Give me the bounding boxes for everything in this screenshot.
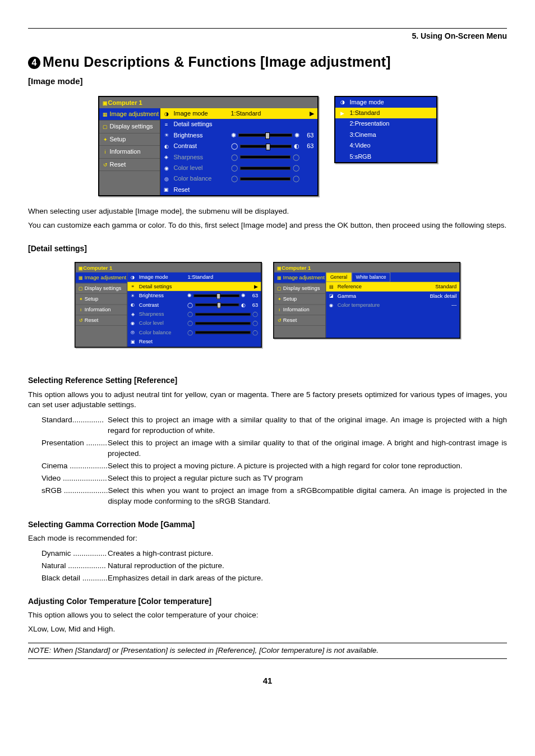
row-brightness[interactable]: ☀ Brightness ✺ ✺ 63 — [160, 130, 317, 141]
projector-icon: ▣ — [103, 100, 108, 106]
row-detail-settings[interactable]: ≡Detail settings▶ — [127, 282, 261, 291]
row-reference[interactable]: ▤ReferenceStandard — [326, 283, 459, 292]
row-brightness[interactable]: ☀Brightness✺✺63 — [127, 291, 261, 300]
brightness-slider[interactable]: ✺ ✺ 63 — [231, 131, 314, 140]
tab-white-balance[interactable]: White balance — [352, 273, 390, 283]
mode-icon: ◑ — [340, 99, 345, 105]
osd-body: ◑ Image mode 1:Standard ▶ ≡ Detail setti… — [160, 108, 317, 195]
projector-icon: ▣ — [79, 266, 84, 271]
row-sharpness: ◈ Sharpness ◯◯ — [160, 152, 317, 163]
brightness-icon: ☀ — [164, 132, 169, 138]
sidebar-item-reset[interactable]: ↺Reset — [76, 316, 127, 326]
note-color-temperature: NOTE: When [Standard] or [Presentation] … — [28, 643, 507, 659]
dropdown-opt-video[interactable]: 4:Video — [335, 140, 436, 151]
heading-color-temperature: Adjusting Color Temperature [Color tempe… — [28, 596, 507, 607]
section-number-icon: 4 — [28, 57, 40, 69]
row-color-level: ◉ Color level ◯◯ — [160, 163, 317, 173]
dropdown-header: ◑ Image mode — [335, 97, 436, 108]
image-icon: ▦ — [103, 112, 108, 117]
osd-menu-detail-right: ▣Computer 1 ▦Image adjustment ▢Display s… — [273, 262, 460, 339]
sidebar-item-image-adjustment[interactable]: ▦Image adjustment — [76, 273, 127, 284]
osd-image-mode-dropdown: ◑ Image mode ▶1:Standard 2:Presentation … — [334, 96, 437, 163]
sidebar-item-information[interactable]: iInformation — [274, 305, 326, 316]
osd-menu-main: ▣Computer 1 ▦Image adjustment ▢Display s… — [98, 96, 319, 197]
osd-sidebar: ▦Image adjustment ▢Display settings ✦Set… — [99, 108, 160, 195]
reference-intro: This option allows you to adjust neutral… — [28, 390, 507, 411]
row-reset[interactable]: ▣ Reset — [160, 185, 317, 195]
circle-half-icon: ◐ — [294, 142, 299, 150]
row-sharpness: ◈Sharpness◯◯ — [127, 310, 261, 319]
arrow-right-icon: ▶ — [310, 109, 314, 118]
row-detail-settings[interactable]: ≡ Detail settings — [160, 119, 317, 130]
mode-icon: ◑ — [164, 111, 169, 117]
row-gamma[interactable]: ◪GammaBlack detail — [326, 292, 459, 301]
dropdown-opt-standard[interactable]: ▶1:Standard — [335, 108, 436, 118]
sidebar-item-display-settings[interactable]: ▢Display settings — [76, 284, 127, 294]
play-icon: ▶ — [340, 110, 345, 116]
row-reset[interactable]: ▣Reset — [127, 338, 261, 347]
dropdown-opt-presentation[interactable]: 2:Presentation — [335, 118, 436, 129]
sidebar-item-information[interactable]: iInformation — [99, 146, 160, 158]
sidebar-item-setup[interactable]: ✦Setup — [76, 294, 127, 305]
intro-paragraph-2: You can customize each gamma or color. T… — [28, 220, 507, 231]
dropdown-opt-srgb[interactable]: 5:sRGB — [335, 151, 436, 162]
subsection-image-mode: [Image mode] — [28, 75, 507, 87]
reference-icon: ▤ — [329, 285, 334, 290]
ct-paragraph-2: XLow, Low, Mid and High. — [28, 624, 507, 635]
color-level-icon: ◉ — [164, 165, 169, 171]
heading-reference: Selecting Reference Setting [Reference] — [28, 375, 507, 386]
intro-paragraph-1: When selecting user adjustable [Image mo… — [28, 206, 507, 217]
page-number: 41 — [28, 675, 507, 686]
gamma-definitions: Dynamic ................ Creates a high-… — [41, 548, 507, 584]
ct-paragraph-1: This option allows you to select the col… — [28, 610, 507, 621]
projector-icon: ▣ — [277, 266, 282, 271]
section-header: 5. Using On-Screen Menu — [28, 31, 507, 42]
page-title: 4Menu Descriptions & Functions [Image ad… — [28, 52, 507, 72]
gamma-intro: Each mode is recommended for: — [28, 533, 507, 544]
sidebar-item-reset[interactable]: ↺Reset — [99, 159, 160, 171]
sidebar-item-image-adjustment[interactable]: ▦Image adjustment — [99, 108, 160, 121]
contrast-icon: ◐ — [164, 144, 169, 149]
sidebar-item-image-adjustment[interactable]: ▦Image adjustment — [274, 273, 326, 284]
settings-icon: ≡ — [164, 122, 169, 127]
sun-small-icon: ✺ — [231, 131, 236, 140]
color-balance-icon: ◎ — [164, 176, 169, 182]
circle-open-icon: ◯ — [231, 142, 238, 150]
detail-tabs: General White balance — [326, 273, 459, 283]
sun-large-icon: ✺ — [294, 131, 299, 140]
gamma-icon: ◪ — [329, 294, 334, 299]
heading-gamma: Selecting Gamma Correction Mode [Gamma] — [28, 519, 507, 531]
reset-icon: ↺ — [103, 162, 108, 168]
dropdown-opt-cinema[interactable]: 3:Cinema — [335, 130, 436, 140]
row-color-balance: ◎ Color balance ◯◯ — [160, 173, 317, 184]
info-icon: i — [103, 149, 108, 155]
color-temp-icon: ◉ — [329, 303, 334, 308]
contrast-slider[interactable]: ◯ ◐ 63 — [231, 142, 314, 150]
row-image-mode[interactable]: ◑Image mode1:Standard — [127, 273, 261, 282]
sidebar-item-reset[interactable]: ↺Reset — [274, 316, 326, 326]
screenshots-row-1: ▣Computer 1 ▦Image adjustment ▢Display s… — [28, 96, 507, 197]
sidebar-item-setup[interactable]: ✦Setup — [99, 133, 160, 146]
row-contrast[interactable]: ◐Contrast◯◐63 — [127, 301, 261, 310]
heading-detail-settings: [Detail settings] — [28, 243, 507, 255]
sharpness-icon: ◈ — [164, 154, 169, 160]
row-color-balance: ◎Color balance◯◯ — [127, 328, 261, 337]
osd-title: Computer 1 — [108, 99, 142, 106]
sidebar-item-display-settings[interactable]: ▢Display settings — [274, 284, 326, 294]
sidebar-item-display-settings[interactable]: ▢Display settings — [99, 121, 160, 133]
setup-icon: ✦ — [103, 137, 108, 142]
row-contrast[interactable]: ◐ Contrast ◯ ◐ 63 — [160, 141, 317, 151]
reset-row-icon: ▣ — [164, 187, 169, 192]
display-icon: ▢ — [103, 124, 108, 130]
row-color-level: ◉Color level◯◯ — [127, 319, 261, 328]
row-color-temperature: ◉Color temperature--- — [326, 301, 459, 310]
screenshots-row-2: ▣Computer 1 ▦Image adjustment ▢Display s… — [28, 262, 507, 363]
arrow-right-icon: ▶ — [254, 283, 258, 291]
tab-general[interactable]: General — [326, 273, 352, 283]
reference-definitions: Standard............... Select this to p… — [41, 415, 507, 506]
sidebar-item-setup[interactable]: ✦Setup — [274, 294, 326, 305]
row-image-mode[interactable]: ◑ Image mode 1:Standard ▶ — [160, 108, 317, 119]
osd-menu-detail-left: ▣Computer 1 ▦Image adjustment ▢Display s… — [75, 262, 262, 348]
sidebar-item-information[interactable]: iInformation — [76, 305, 127, 316]
